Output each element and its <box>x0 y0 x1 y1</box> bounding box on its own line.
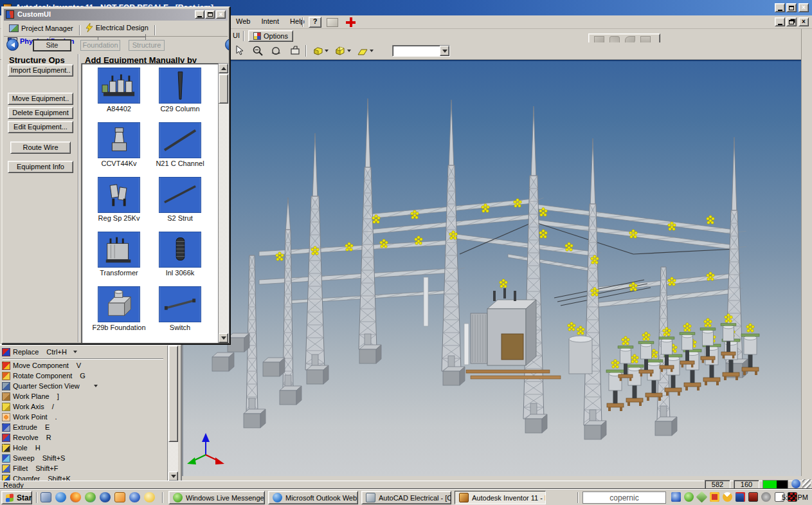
task-autocad-electrical[interactable]: AutoCAD Electrical - [C:\... <box>361 491 451 504</box>
3d-viewport[interactable] <box>182 60 801 476</box>
doc-restore-button[interactable] <box>786 17 797 26</box>
equipment-item-inl-3066k[interactable]: Inl 3066k <box>151 232 209 277</box>
equipment-item-n21-c-channel[interactable]: N21 C Channel <box>151 122 209 167</box>
panel-item-chamfer[interactable]: ChamferShift+K <box>0 473 166 481</box>
combo-dropdown-icon[interactable] <box>440 46 449 56</box>
tab-project-manager[interactable]: Project Manager <box>5 23 77 34</box>
delete-equipment-button[interactable]: Delete Equipment <box>8 107 73 119</box>
show-desktop-icon[interactable] <box>41 492 51 502</box>
options-button[interactable]: Options <box>248 30 293 42</box>
menu-intent[interactable]: Intent <box>257 16 284 26</box>
red-cross-icon[interactable] <box>346 17 356 27</box>
start-button[interactable]: Start <box>1 491 32 504</box>
doc-close-button[interactable]: × <box>798 17 809 26</box>
internet-explorer-icon[interactable] <box>55 492 66 502</box>
dialog-close-button[interactable]: × <box>216 10 226 19</box>
outlook-icon[interactable] <box>114 492 125 502</box>
panel-item-replace[interactable]: ReplaceCtrl+H <box>0 347 166 357</box>
app-maximize-button[interactable] <box>786 3 797 12</box>
equipment-scroll-up-icon[interactable] <box>219 64 228 73</box>
panel-item-work-point[interactable]: Work Point. <box>0 412 166 422</box>
tray-copernic-icon[interactable] <box>723 492 732 502</box>
customui-toolbar-button[interactable]: UI <box>230 31 242 40</box>
panel-item-extrude[interactable]: ExtrudeE <box>0 422 166 432</box>
zoom-tool-icon[interactable] <box>251 44 265 57</box>
tray-network-icon[interactable] <box>671 492 681 502</box>
tray-update-icon[interactable] <box>710 492 719 502</box>
panel-scroll-thumb[interactable] <box>168 345 178 442</box>
equipment-item-a84402[interactable]: A84402 <box>90 68 148 113</box>
equipment-item-c29-column[interactable]: C29 Column <box>151 68 209 113</box>
view-combo-box[interactable] <box>392 45 450 57</box>
dropdown-arrow-icon[interactable] <box>94 385 98 387</box>
equipment-item-reg-sp-25kv[interactable]: Reg Sp 25Kv <box>90 177 148 222</box>
equipment-item-s2-strut[interactable]: S2 Strut <box>151 177 209 222</box>
copernic-search-input[interactable] <box>582 491 666 504</box>
camera-dropdown-icon[interactable] <box>347 50 351 52</box>
dialog-minimize-button[interactable] <box>195 10 204 19</box>
messenger-clock-icon[interactable] <box>144 492 155 502</box>
import-equipment-button[interactable]: Import Equipment.. <box>8 64 73 77</box>
menu-help[interactable]: Help <box>285 16 309 26</box>
whats-this-icon[interactable] <box>327 18 338 27</box>
equipment-scroll-thumb[interactable] <box>219 74 228 104</box>
equipment-item-switch[interactable]: Switch <box>151 286 209 331</box>
move-equipment-button[interactable]: Move Equipment.. <box>8 93 73 105</box>
task-windows-live-messenger[interactable]: Windows Live Messenger <box>168 491 265 504</box>
media-player-icon[interactable] <box>100 492 111 502</box>
camera-view-icon[interactable] <box>333 44 347 57</box>
dialog-title-bar[interactable]: CustomUI × <box>4 9 228 21</box>
shaded-dropdown-icon[interactable] <box>325 50 329 52</box>
select-tool-icon[interactable] <box>233 44 247 57</box>
sharepoint-icon[interactable] <box>129 492 140 502</box>
app-minimize-button[interactable] <box>775 3 785 12</box>
tab-electrical-design[interactable]: Electrical Design <box>82 21 152 34</box>
tray-messenger-icon[interactable] <box>684 492 694 502</box>
panel-item-sweep[interactable]: SweepShift+S <box>0 453 166 463</box>
panel-item-move-component[interactable]: Move ComponentV <box>0 360 166 371</box>
phase-structure-button[interactable]: Structure <box>129 40 165 51</box>
pan-tool-icon[interactable] <box>288 44 302 57</box>
task-outlook-web[interactable]: Microsoft Outlook Web A... <box>268 491 358 504</box>
equipment-item-ccvt44kv[interactable]: CCVT44Kv <box>90 122 148 167</box>
panel-scroll-down-icon[interactable] <box>168 472 178 481</box>
sketch-plane-icon[interactable] <box>355 46 369 59</box>
app-close-button[interactable]: × <box>798 3 809 12</box>
panel-item-work-plane[interactable]: Work Plane] <box>0 391 166 401</box>
panel-item-rotate-component[interactable]: Rotate ComponentG <box>0 371 166 381</box>
menu-web[interactable]: Web <box>231 16 255 26</box>
tray-display-error-icon[interactable] <box>735 492 745 502</box>
phase-site-button[interactable]: Site <box>33 40 71 51</box>
doc-minimize-button[interactable] <box>775 17 785 26</box>
dialog-maximize-button[interactable] <box>205 10 215 19</box>
edit-equipment-button[interactable]: Edit Equipment... <box>8 121 73 133</box>
equipment-scrollbar[interactable] <box>218 64 228 343</box>
sketch-dropdown-icon[interactable] <box>370 50 374 52</box>
orbit-tool-icon[interactable] <box>269 44 283 57</box>
msn-explorer-icon[interactable] <box>85 492 96 502</box>
panel-item-fillet[interactable]: FilletShift+F <box>0 463 166 473</box>
panel-bar-scrollbar[interactable] <box>167 345 178 481</box>
firefox-icon[interactable] <box>70 492 81 502</box>
help-icon[interactable]: ? <box>309 17 321 28</box>
tray-antivirus-icon[interactable] <box>696 491 708 502</box>
phase-foundation-button[interactable]: Foundation <box>80 40 120 51</box>
tray-power-icon[interactable] <box>761 492 771 502</box>
tray-monitor-icon[interactable] <box>748 492 758 502</box>
equipment-info-button[interactable]: Equipment Info <box>8 161 73 173</box>
equipment-item-f29b-foundation[interactable]: F29b Foundation <box>90 286 148 331</box>
nav-forward-button[interactable] <box>225 39 230 51</box>
route-wire-button[interactable]: Route Wire <box>10 142 71 154</box>
shaded-display-icon[interactable] <box>311 44 325 57</box>
panel-item-revolve[interactable]: RevolveR <box>0 432 166 443</box>
equipment-item-transformer[interactable]: Transformer <box>90 232 148 277</box>
status-web-icon[interactable] <box>791 479 800 488</box>
panel-item-work-axis[interactable]: Work Axis/ <box>0 401 166 412</box>
task-autodesk-inventor[interactable]: Autodesk Inventor 11 - N... <box>455 491 546 504</box>
panel-item-quarter-section-view[interactable]: Quarter Section View <box>0 381 166 391</box>
nav-back-button[interactable] <box>6 39 19 51</box>
panel-item-hole[interactable]: HoleH <box>0 443 166 453</box>
resize-grip[interactable] <box>802 479 811 488</box>
dropdown-arrow-icon[interactable] <box>73 351 77 353</box>
equipment-scroll-down-icon[interactable] <box>219 333 228 343</box>
